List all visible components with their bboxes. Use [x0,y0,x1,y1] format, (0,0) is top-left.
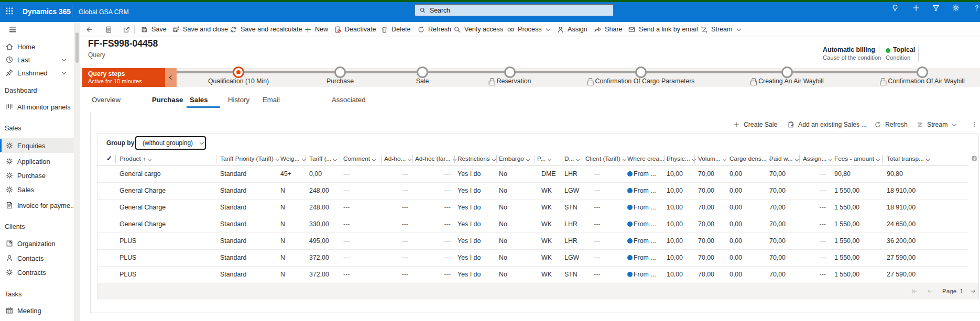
table-row[interactable]: General cargoStandard45+0,00---------Yes… [97,165,968,182]
form-switcher-button[interactable] [105,22,113,37]
column-header-p[interactable]: P... [537,152,551,165]
sidebar-item-last[interactable]: Last [0,52,74,67]
tab-associated[interactable]: Associated [332,96,366,104]
back-button[interactable] [85,22,93,37]
help-icon[interactable] [973,4,980,12]
tab-history[interactable]: History [228,96,249,104]
column-header-assign[interactable]: Assign... [803,152,832,165]
column-header-tariff_priority[interactable]: Tariff Priority (Tariff) [220,152,279,165]
column-header-total[interactable]: Total transp... [887,152,929,165]
tab-purchase[interactable]: Purchase [152,96,183,104]
send-link-button[interactable]: Send a link by email [628,22,698,37]
column-header-adhoc[interactable]: Ad-ho... [384,152,411,165]
column-header-weight[interactable]: Weig... [280,152,305,165]
product-name[interactable]: Dynamics 365 [23,7,71,17]
refresh-button[interactable]: Refresh [417,22,451,37]
bpf-stage-circle[interactable] [635,67,647,78]
column-header-where_created[interactable]: Where crea... [627,152,670,165]
table-row[interactable]: General ChargeStandardN248,00---------Ye… [97,182,968,199]
bpf-stage-label[interactable]: Purchase [326,77,354,85]
table-row[interactable]: PLUSStandardN372,00---------Yes I doNoWK… [97,266,968,283]
sidebar-item-organization[interactable]: Organization [0,236,74,251]
plus-icon[interactable] [912,4,920,12]
filter-icon[interactable] [932,4,940,12]
delete-button[interactable]: Delete [380,22,410,37]
tab-sales[interactable]: Sales [190,96,208,104]
add-existing-sales-button[interactable]: Add an existing Sales ... [787,117,867,132]
column-header-density[interactable]: Cargo dens... [729,152,772,165]
column-header-paid[interactable]: Paid w... [769,152,798,165]
column-header-product[interactable]: Product↑ [119,152,151,165]
pager-next-page-icon[interactable] [970,287,977,295]
bpf-collapse-button[interactable] [165,68,177,87]
process-button[interactable]: Process [507,22,550,37]
stream-grid-button[interactable]: Stream [916,117,956,132]
sidebar-item-sales[interactable]: Sales [0,182,74,197]
bpf-stage-label[interactable]: Qualification (10 Min) [208,77,269,85]
column-header-physical[interactable]: Physic... [667,152,695,165]
table-row[interactable]: General ChargeStandardN248,00---------Ye… [97,199,968,216]
app-name[interactable]: Global GSA CRM [79,7,129,17]
save-and-close-button[interactable]: Save and close [172,22,228,37]
sidebar-scrollbar-track[interactable] [74,22,80,321]
column-header-check[interactable]: ✓ [106,152,112,165]
sidebar-item-all-monitor-panels[interactable]: All monitor panels [0,99,74,114]
create-sale-button[interactable]: Create Sale [733,117,777,132]
sidebar-item-invoice-for-payme-[interactable]: Invoice for payme... [0,198,74,213]
bpf-active-stage-box[interactable]: Query stepsActive for 10 minutes [82,68,165,87]
table-row[interactable]: General ChargeStandardN330,00---------Ye… [97,216,968,233]
bpf-stage-circle[interactable] [504,67,516,78]
sidebar-item-purchase[interactable]: Purchase [0,168,74,183]
more-commands-button[interactable] [971,117,978,132]
column-header-volume[interactable]: Volum... [698,152,726,165]
save-button[interactable]: Save [140,22,167,37]
bpf-stage-circle[interactable] [334,67,346,78]
sidebar-item-enquiries[interactable]: Enquiries [0,138,74,153]
bpf-stage-circle[interactable] [417,67,428,78]
search-input[interactable]: Search [415,4,614,16]
assign-button[interactable]: Assign [557,22,587,37]
bpf-stage-label[interactable]: Reservation [489,77,531,85]
save-and-recalculate-button[interactable]: Save and recalculate [230,22,302,37]
sidebar-item-application[interactable]: Application [0,154,74,169]
new-button[interactable]: New [304,22,328,37]
bpf-stage-label[interactable]: Confirmation Of Air Waybill [880,77,964,85]
tab-email[interactable]: Email [263,96,280,104]
column-header-embargo[interactable]: Embargo [499,152,529,165]
sidebar-scrollbar-thumb[interactable] [75,32,79,63]
deactivate-button[interactable]: Deactivate [334,22,376,37]
pager-previous-page-icon[interactable] [926,287,933,295]
column-header-adhoc_far[interactable]: Ad-hoc (far... [415,152,456,165]
table-row[interactable]: PLUSStandardN372,00---------Yes I doNoWK… [97,249,968,266]
bpf-stage-label[interactable]: Sale [416,77,429,85]
bpf-stage-circle[interactable] [233,67,244,78]
lightbulb-icon[interactable] [891,4,899,12]
bpf-stage-circle[interactable] [781,67,793,78]
tab-overview[interactable]: Overview [92,96,121,104]
column-header-client[interactable]: Client (Tariff) [585,152,626,165]
pager-first-page-icon[interactable] [911,287,918,295]
sidebar-item-contracts[interactable]: Contracts [0,265,74,280]
sidebar-item-meeting[interactable]: Meeting [0,303,74,318]
column-header-restrictions[interactable]: Restrictions [458,152,495,165]
column-header-tariff[interactable]: Tariff (... [309,152,336,165]
waffle-menu-icon[interactable] [5,7,14,15]
sitemap-toggle-button[interactable] [0,23,74,37]
verify-access-button[interactable]: Verify access [453,22,503,37]
column-header-comment[interactable]: Comment [343,152,375,165]
bpf-stage-label[interactable]: Creating An Air Waybill [750,77,824,85]
gear-icon[interactable] [952,4,960,12]
sidebar-item-enshrined[interactable]: Enshrined [0,65,74,80]
sidebar-item-contacts[interactable]: Contacts [0,251,74,265]
popout-button[interactable] [123,22,130,37]
table-row[interactable]: PLUSStandardN495,00---------Yes I doNoWK… [97,233,968,249]
refresh-grid-button[interactable]: Refresh [874,117,908,132]
group-by-dropdown[interactable]: (without grouping) [135,136,206,150]
grid-save-icon[interactable] [971,155,978,162]
bpf-stage-circle[interactable] [917,67,928,78]
stream-button[interactable]: Stream [700,22,741,37]
sidebar-item-home[interactable]: Home [0,39,74,54]
bpf-stage-label[interactable]: Confirmation Of Cargo Parameters [587,77,695,85]
share-button[interactable]: Share [594,22,623,37]
column-header-d[interactable]: D... [564,152,579,165]
